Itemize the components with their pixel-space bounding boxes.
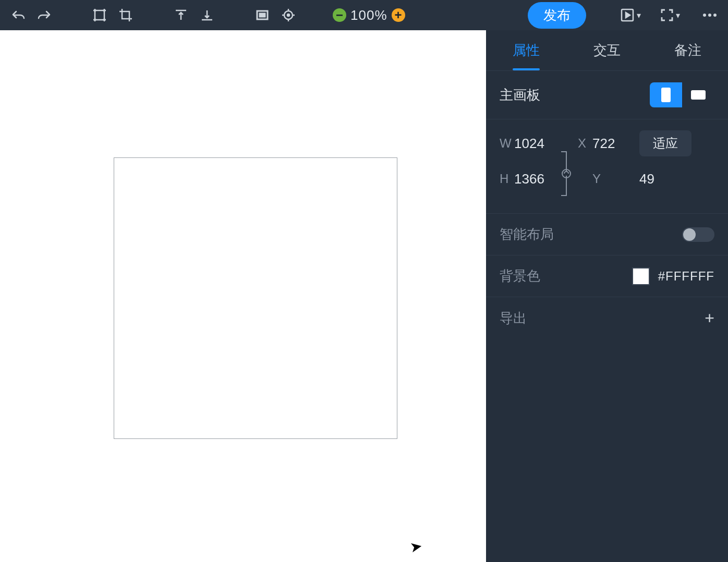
- redo-button[interactable]: [33, 4, 55, 26]
- tab-notes[interactable]: 备注: [647, 30, 728, 70]
- svg-point-8: [713, 14, 717, 17]
- width-label: W: [500, 136, 514, 151]
- publish-button[interactable]: 发布: [528, 2, 586, 29]
- panel-tabs: 属性 交互 备注: [486, 30, 728, 71]
- smart-layout-section: 智能布局: [486, 214, 728, 255]
- smart-layout-label: 智能布局: [500, 225, 554, 243]
- artboard-title: 主画板: [500, 86, 540, 104]
- cursor-icon: ➤: [408, 537, 423, 556]
- bg-color-swatch[interactable]: [632, 267, 650, 285]
- bg-color-label: 背景色: [500, 267, 540, 285]
- width-value[interactable]: 1024: [514, 136, 561, 152]
- artboard-section: 主画板: [486, 71, 728, 119]
- zoom-control: − 100% +: [333, 7, 405, 23]
- align-bottom-icon[interactable]: [196, 4, 218, 26]
- height-label: H: [500, 172, 514, 186]
- orientation-switch[interactable]: [650, 82, 714, 107]
- export-section: 导出 +: [486, 297, 728, 339]
- smart-layout-toggle[interactable]: [682, 227, 714, 242]
- svg-point-6: [703, 14, 706, 17]
- main-area: ➤ 属性 交互 备注 主画板 W 1024: [0, 30, 728, 562]
- x-label: X: [578, 136, 592, 151]
- chevron-down-icon: ▾: [676, 10, 680, 20]
- play-preview-button[interactable]: ▾: [620, 4, 641, 26]
- top-toolbar: − 100% + 发布 ▾ ▾: [0, 0, 728, 30]
- height-value[interactable]: 1366: [514, 171, 561, 187]
- svg-point-7: [708, 14, 711, 17]
- crop-tool-icon[interactable]: [115, 4, 137, 26]
- undo-button[interactable]: [7, 4, 29, 26]
- y-label: Y: [592, 172, 639, 186]
- x-value[interactable]: 722: [592, 136, 639, 152]
- more-menu-button[interactable]: [699, 4, 721, 26]
- bg-color-section: 背景色 #FFFFFF: [486, 255, 728, 297]
- zoom-out-button[interactable]: −: [333, 8, 346, 22]
- svg-rect-0: [95, 10, 104, 20]
- zoom-level-label[interactable]: 100%: [350, 7, 387, 23]
- artboard-outline[interactable]: [114, 157, 397, 439]
- fullscreen-button[interactable]: ▾: [659, 4, 681, 26]
- tab-properties[interactable]: 属性: [486, 30, 567, 70]
- svg-point-4: [287, 14, 289, 16]
- add-export-button[interactable]: +: [705, 309, 714, 328]
- bg-color-hex[interactable]: #FFFFFF: [658, 269, 714, 284]
- frame-icon[interactable]: [251, 4, 273, 26]
- properties-panel: 属性 交互 备注 主画板 W 1024 X 722: [486, 30, 728, 562]
- orientation-landscape[interactable]: [682, 82, 714, 107]
- chevron-down-icon: ▾: [637, 10, 641, 20]
- tab-interaction[interactable]: 交互: [567, 30, 648, 70]
- size-section: W 1024 X 722 适应 H 1366 Y 49: [486, 119, 728, 214]
- adapt-button[interactable]: 适应: [639, 130, 691, 156]
- svg-rect-2: [260, 14, 265, 17]
- orientation-portrait[interactable]: [650, 82, 682, 107]
- zoom-in-button[interactable]: +: [392, 8, 405, 22]
- canvas-area[interactable]: ➤: [0, 30, 486, 562]
- align-top-icon[interactable]: [170, 4, 192, 26]
- export-label: 导出: [500, 309, 527, 327]
- artboard-tool-icon[interactable]: [89, 4, 111, 26]
- target-icon[interactable]: [277, 4, 299, 26]
- y-value[interactable]: 49: [639, 171, 697, 187]
